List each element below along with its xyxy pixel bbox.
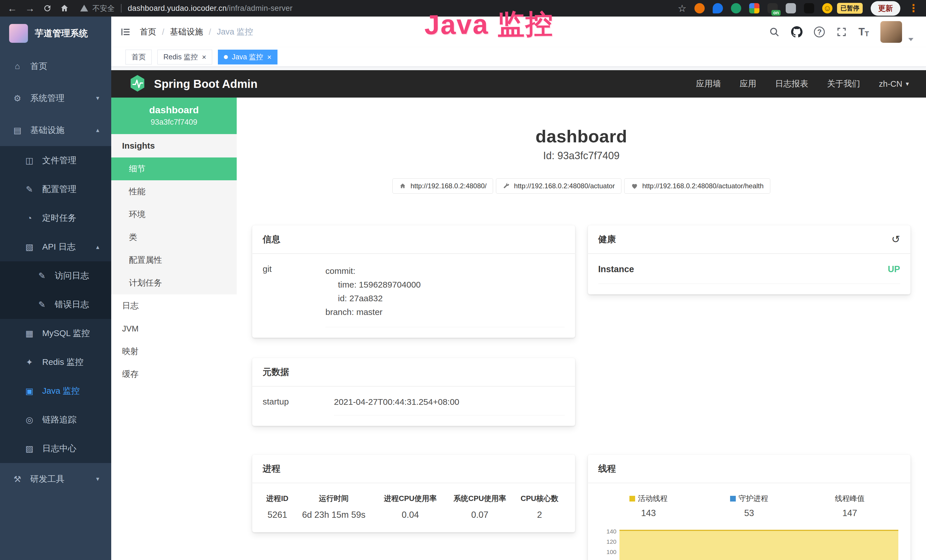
sidebar-item-file-management[interactable]: ◫ 文件管理	[0, 146, 111, 175]
forward-icon[interactable]: →	[25, 3, 35, 13]
service-url-link[interactable]: http://192.168.0.2:48080/	[392, 178, 493, 194]
sba-item-metrics[interactable]: 性能	[111, 180, 237, 203]
insights-group: Insights 细节 性能 环境 类 配置属性 计划任务	[111, 134, 237, 294]
app-logo[interactable]: 芋道管理系统	[0, 17, 111, 50]
extension-icon-3[interactable]	[731, 3, 741, 14]
update-button[interactable]: 更新	[871, 1, 900, 16]
extension-icon-6[interactable]	[786, 3, 796, 14]
sidebar-item-api-logs[interactable]: ▧ API 日志 ▴	[0, 233, 111, 261]
annotation-overlay: Java 监控	[424, 6, 554, 44]
health-url-link[interactable]: http://192.168.0.2:48080/actuator/health	[624, 178, 770, 194]
close-icon[interactable]: ×	[267, 53, 271, 61]
sidebar-item-tracing[interactable]: ◎ 链路追踪	[0, 406, 111, 434]
home-icon	[399, 182, 406, 190]
history-icon[interactable]: ↺	[891, 234, 900, 244]
info-card: 信息 git commit: time: 1596289704000 id: 2	[252, 225, 575, 338]
breadcrumb-infrastructure[interactable]: 基础设施	[170, 26, 203, 38]
hamburger-icon[interactable]	[111, 17, 140, 47]
home-icon[interactable]	[60, 4, 69, 13]
extension-icon-8[interactable]: ☺	[822, 3, 832, 14]
sidebar-item-mysql-monitor[interactable]: ▦ MySQL 监控	[0, 319, 111, 348]
sidebar-item-scheduled-tasks[interactable]: ◔ 定时任务	[0, 204, 111, 233]
instance-name: dashboard	[114, 104, 234, 115]
extension-icon-4[interactable]	[749, 3, 760, 14]
tab-java-monitor[interactable]: Java 监控 ×	[218, 50, 277, 65]
divider	[121, 4, 121, 12]
git-branch-line: branch: master	[325, 305, 565, 319]
sba-item-config-props[interactable]: 配置属性	[111, 249, 237, 272]
extension-icon-2[interactable]	[713, 3, 723, 14]
tab-home[interactable]: 首页	[126, 50, 152, 65]
sidebar-item-error-logs[interactable]: ✎ 错误日志	[0, 290, 111, 319]
insights-group-label: Insights	[111, 134, 237, 157]
info-key: git	[263, 264, 325, 327]
sidebar-item-system-management[interactable]: ⚙ 系统管理 ▾	[0, 82, 111, 114]
sidebar-item-label: 定时任务	[42, 212, 76, 224]
uptime-value: 6d 23h 15m 59s	[292, 510, 375, 522]
sidebar-item-infrastructure[interactable]: ▤ 基础设施 ▴	[0, 114, 111, 146]
sidebar-item-label: 系统管理	[30, 92, 65, 104]
reload-icon[interactable]	[43, 4, 52, 13]
sba-item-classes[interactable]: 类	[111, 226, 237, 249]
sidebar-item-log-center[interactable]: ▨ 日志中心	[0, 434, 111, 463]
logo-image	[9, 24, 28, 43]
language-selector[interactable]: zh-CN ▾	[879, 79, 909, 89]
sba-nav: 应用墙 应用 日志报表 关于我们 zh-CN ▾	[696, 78, 909, 89]
y-tick: 120	[606, 538, 616, 545]
system-cpu-value: 0.07	[445, 510, 515, 522]
metadata-card: 元数据 startup 2021-04-27T00:44:31.254+08:0…	[252, 358, 575, 426]
sba-item-logs[interactable]: 日志	[111, 294, 237, 317]
main-pane: 首页 / 基础设施 / Java 监控 ?	[111, 17, 926, 560]
extension-icon-1[interactable]	[694, 3, 705, 14]
address-bar[interactable]: 不安全 dashboard.yudao.iocoder.cn/infra/adm…	[80, 3, 293, 14]
log-center-icon: ▨	[24, 443, 35, 454]
help-icon[interactable]: ?	[814, 27, 825, 37]
health-instance-label: Instance	[598, 264, 634, 274]
sidebar-item-dev-tools[interactable]: ⚒ 研发工具 ▾	[0, 463, 111, 495]
sidebar-item-java-monitor[interactable]: ▣ Java 监控	[0, 377, 111, 406]
close-icon[interactable]: ×	[202, 53, 206, 61]
github-icon[interactable]	[791, 26, 802, 38]
sba-item-jvm[interactable]: JVM	[111, 317, 237, 340]
card-title: 进程	[263, 463, 280, 475]
sba-item-details[interactable]: 细节	[111, 157, 237, 180]
actuator-url-link[interactable]: http://192.168.0.2:48080/actuator	[496, 178, 622, 194]
breadcrumb-home[interactable]: 首页	[140, 26, 156, 38]
tab-label: 首页	[132, 52, 146, 62]
database-icon: ▦	[24, 328, 35, 338]
bookmark-star-icon[interactable]: ☆	[678, 3, 687, 13]
error-log-icon: ✎	[36, 300, 47, 310]
search-icon[interactable]	[769, 27, 780, 37]
sidebar-item-redis-monitor[interactable]: ✦ Redis 监控	[0, 348, 111, 377]
extension-icon-5[interactable]: on	[767, 3, 778, 14]
sba-item-scheduled-tasks[interactable]: 计划任务	[111, 272, 237, 294]
sidebar-item-access-logs[interactable]: ✎ 访问日志	[0, 261, 111, 290]
health-row: Instance UP	[598, 264, 900, 284]
browser-menu-icon[interactable]: ⋮	[908, 2, 918, 14]
sba-sidebar: dashboard 93a3fc7f7409 Insights 细节 性能 环境…	[111, 98, 237, 560]
sba-nav-applications[interactable]: 应用	[740, 78, 756, 89]
col-process-cpu: 进程CPU使用率	[375, 493, 445, 510]
legend-text: 线程峰值	[835, 493, 865, 504]
back-icon[interactable]: ←	[8, 3, 17, 13]
legend-swatch-blue	[730, 496, 736, 501]
sidebar-item-home[interactable]: ⌂ 首页	[0, 50, 111, 82]
sba-nav-journal[interactable]: 日志报表	[775, 78, 808, 89]
sba-item-caches[interactable]: 缓存	[111, 363, 237, 386]
sba-brand-title: Spring Boot Admin	[154, 77, 257, 91]
legend-daemon-threads: 守护进程 53	[699, 493, 799, 518]
fullscreen-icon[interactable]	[836, 27, 847, 37]
extension-icon-7[interactable]	[804, 3, 814, 14]
chart-plot-area	[619, 527, 900, 560]
tab-redis-monitor[interactable]: Redis 监控 ×	[157, 50, 212, 65]
sba-item-environment[interactable]: 环境	[111, 203, 237, 226]
sidebar-item-config-management[interactable]: ✎ 配置管理	[0, 175, 111, 204]
avatar[interactable]	[881, 21, 902, 43]
metadata-row-startup: startup 2021-04-27T00:44:31.254+08:00	[263, 397, 565, 415]
font-size-icon[interactable]: TT	[858, 26, 869, 38]
tab-label: Java 监控	[232, 52, 263, 62]
sba-item-mappings[interactable]: 映射	[111, 340, 237, 363]
sba-nav-wallboard[interactable]: 应用墙	[696, 78, 721, 89]
sba-nav-about[interactable]: 关于我们	[827, 78, 860, 89]
font-size-small: T	[865, 30, 869, 38]
